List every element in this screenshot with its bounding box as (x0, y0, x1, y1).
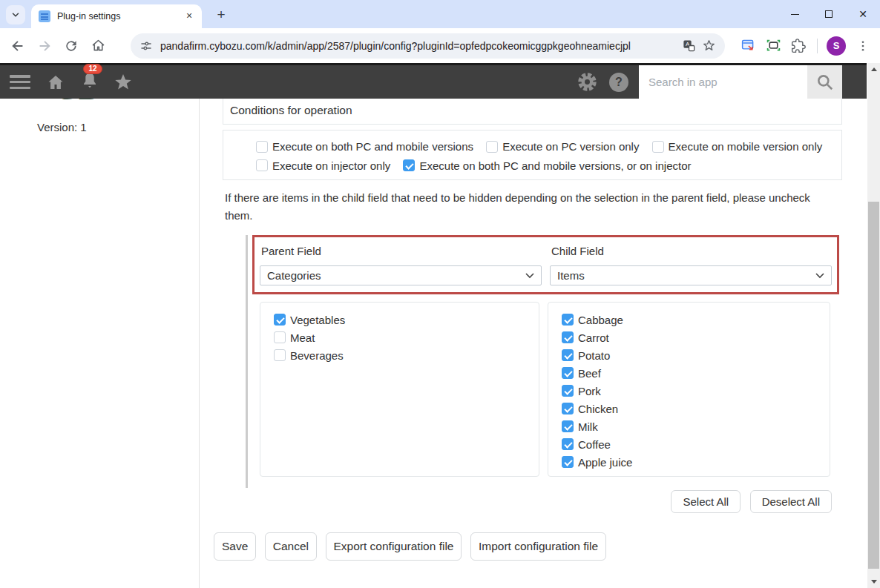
bookmark-star-icon (702, 39, 716, 53)
scroll-down-button[interactable] (867, 575, 880, 588)
list-item[interactable]: Beef (556, 364, 822, 382)
hamburger-menu-icon[interactable] (10, 75, 30, 89)
cancel-button[interactable]: Cancel (265, 532, 317, 561)
address-bar[interactable]: pandafirm.cybozu.com/k/admin/app/2587/pl… (131, 33, 725, 59)
checkbox[interactable] (274, 314, 286, 326)
home-icon (91, 38, 106, 53)
extensions-button[interactable] (789, 36, 808, 56)
list-item[interactable]: Pork (556, 382, 822, 400)
import-config-button[interactable]: Import configuration file (470, 532, 606, 561)
app-home-button[interactable] (46, 73, 65, 91)
page: Conditions for operation Execute on both… (0, 63, 880, 588)
checkbox[interactable] (256, 159, 268, 171)
field-mapping-box: Parent Field Categories Child Field Item… (252, 235, 839, 294)
list-item[interactable]: Carrot (556, 328, 822, 346)
maximize-button[interactable] (812, 0, 846, 28)
condition-option[interactable]: Execute on PC version only (486, 138, 639, 155)
section-indent-bar (246, 235, 248, 488)
star-icon (114, 73, 133, 91)
condition-option[interactable]: Execute on injector only (256, 157, 390, 174)
checkbox[interactable] (562, 456, 574, 468)
list-item[interactable]: Vegetables (268, 311, 531, 328)
page-scrollbar[interactable] (867, 63, 880, 588)
checkbox[interactable] (562, 331, 574, 343)
child-field-select[interactable]: Items (550, 265, 832, 285)
parent-field-label: Parent Field (261, 245, 542, 257)
tab-search-button[interactable] (6, 5, 25, 24)
home-button[interactable] (89, 37, 107, 55)
chevron-down-icon (10, 10, 21, 20)
version-label: Version: 1 (37, 121, 87, 133)
checkbox[interactable] (562, 403, 574, 414)
list-item[interactable]: Apple juice (556, 453, 822, 471)
condition-option[interactable]: Execute on mobile version only (652, 138, 823, 155)
export-config-button[interactable]: Export configuration file (326, 532, 462, 561)
parent-field-select[interactable]: Categories (260, 265, 542, 285)
reload-button[interactable] (62, 37, 80, 55)
checkbox[interactable] (562, 349, 574, 361)
forward-button[interactable] (36, 37, 53, 55)
checkbox[interactable] (274, 331, 286, 343)
site-settings-icon (139, 39, 153, 53)
profile-avatar[interactable]: S (827, 36, 846, 56)
forward-arrow-icon (36, 38, 53, 54)
condition-label: Execute on both PC and mobile versions, … (419, 157, 691, 174)
new-tab-button[interactable]: + (211, 5, 231, 24)
tab-strip: Plug-in settings × + ✕ (0, 0, 880, 28)
checkbox[interactable] (562, 367, 574, 379)
maximize-icon (825, 10, 833, 18)
checkbox[interactable] (486, 141, 498, 153)
fullpage-capture-icon (766, 38, 781, 53)
browser-menu-button[interactable] (853, 36, 873, 56)
scrollbar-thumb[interactable] (868, 202, 879, 569)
list-item[interactable]: Milk (556, 417, 822, 435)
list-item[interactable]: Cabbage (556, 311, 822, 328)
tab-close-icon[interactable]: × (183, 10, 196, 23)
settings-button[interactable] (577, 72, 597, 92)
help-icon: ? (615, 76, 623, 89)
search-input[interactable] (639, 65, 807, 99)
select-all-button[interactable]: Select All (671, 490, 741, 513)
parent-field-column: Parent Field Categories (260, 244, 542, 286)
kebab-menu-icon (856, 39, 870, 53)
list-item[interactable]: Coffee (556, 435, 822, 453)
help-button[interactable]: ? (609, 73, 628, 92)
save-button[interactable]: Save (214, 532, 256, 561)
back-button[interactable] (9, 37, 27, 55)
checkbox[interactable] (562, 438, 574, 450)
translate-button[interactable]: A (682, 39, 696, 53)
minimize-button[interactable] (778, 0, 812, 28)
scroll-up-button[interactable] (867, 63, 880, 76)
chevron-down-icon (815, 273, 824, 279)
search-button[interactable] (807, 65, 842, 99)
search-icon (815, 73, 835, 92)
fullpage-extension-button[interactable] (764, 36, 783, 56)
capture-extension-button[interactable] (738, 36, 758, 56)
reload-icon (64, 39, 79, 53)
selection-buttons-row: Select All Deselect All (223, 490, 832, 513)
favorites-button[interactable] (114, 73, 133, 91)
checkbox[interactable] (562, 420, 574, 432)
child-items-list: Cabbage Carrot Potato Beef Pork Chicken … (548, 302, 830, 477)
back-arrow-icon (10, 38, 26, 54)
checkbox[interactable] (652, 141, 664, 153)
list-item[interactable]: Potato (556, 346, 822, 364)
checkbox[interactable] (403, 159, 415, 171)
close-button[interactable]: ✕ (846, 0, 880, 28)
url-text[interactable]: pandafirm.cybozu.com/k/admin/app/2587/pl… (160, 40, 676, 52)
list-item[interactable]: Beverages (268, 346, 531, 364)
list-item[interactable]: Chicken (556, 400, 822, 417)
condition-option[interactable]: Execute on both PC and mobile versions (256, 138, 473, 155)
bookmark-button[interactable] (702, 39, 716, 53)
condition-option[interactable]: Execute on both PC and mobile versions, … (403, 157, 691, 174)
notifications-button[interactable]: 12 (81, 71, 99, 93)
list-item[interactable]: Meat (268, 328, 531, 346)
browser-tab[interactable]: Plug-in settings × (31, 4, 202, 28)
parent-field-value: Categories (267, 269, 321, 282)
deselect-all-button[interactable]: Deselect All (750, 490, 832, 513)
checkbox[interactable] (562, 385, 574, 397)
checkbox[interactable] (256, 141, 268, 153)
checkbox[interactable] (274, 349, 286, 361)
child-field-column: Child Field Items (550, 244, 832, 286)
checkbox[interactable] (562, 314, 574, 326)
